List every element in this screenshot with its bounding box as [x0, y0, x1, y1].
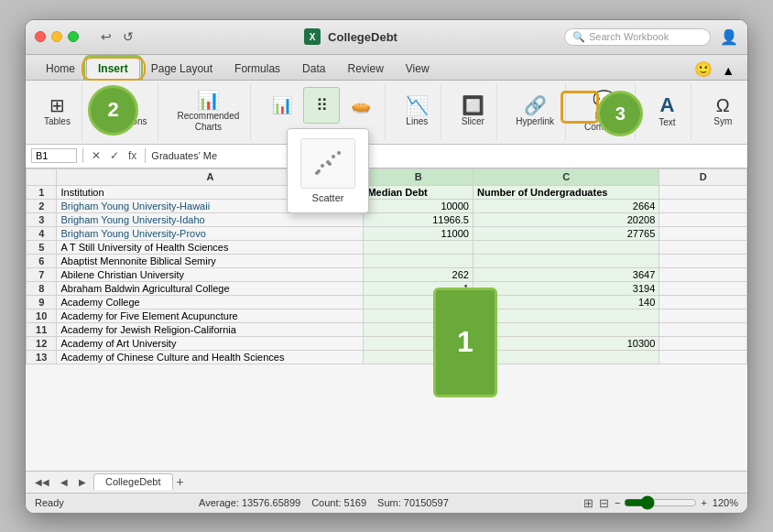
row-number[interactable]: 12: [27, 336, 57, 350]
recommended-charts-button[interactable]: 📊 RecommendedCharts: [171, 87, 245, 137]
cell-institution[interactable]: Brigham Young University-Idaho: [57, 212, 364, 226]
scatter-chart-button[interactable]: ⠿: [303, 87, 340, 124]
minimize-button[interactable]: [51, 31, 62, 42]
cell-institution[interactable]: Academy of Chinese Culture and Health Sc…: [57, 350, 364, 364]
cell-institution[interactable]: Academy for Five Element Acupuncture: [57, 309, 364, 322]
cell-median-debt[interactable]: [364, 350, 474, 364]
cell-num-undergrads[interactable]: [473, 240, 659, 254]
tab-view[interactable]: View: [395, 58, 441, 80]
cell-median-debt[interactable]: [364, 254, 474, 267]
sheet-tab-college-debt[interactable]: CollegeDebt: [93, 473, 173, 490]
row-number[interactable]: 1: [27, 185, 57, 199]
cell-institution[interactable]: Abraham Baldwin Agricultural College: [57, 281, 364, 295]
cell-d[interactable]: [659, 185, 747, 199]
tab-home[interactable]: Home: [35, 58, 86, 80]
sheet-nav-prev[interactable]: ◀: [57, 475, 71, 489]
cell-num-undergrads[interactable]: 20208: [473, 212, 659, 226]
slicer-button[interactable]: 🔲 Slicer: [454, 87, 491, 137]
cell-median-debt[interactable]: Median Debt: [364, 185, 474, 199]
row-number[interactable]: 11: [27, 322, 57, 336]
cell-institution[interactable]: Abilene Christian University: [57, 267, 364, 281]
cell-median-debt[interactable]: 3: [364, 295, 474, 309]
row-number[interactable]: 5: [27, 240, 57, 254]
cancel-formula-icon[interactable]: ✕: [89, 148, 103, 163]
row-number[interactable]: 13: [27, 350, 57, 364]
new-comment-button[interactable]: 💬 NewComment: [579, 87, 629, 137]
cell-institution[interactable]: A T Still University of Health Sciences: [57, 240, 364, 254]
row-number[interactable]: 8: [27, 281, 57, 295]
col-header-b[interactable]: B: [364, 168, 474, 185]
tab-formulas[interactable]: Formulas: [223, 58, 291, 80]
cell-d[interactable]: [659, 199, 747, 212]
cell-median-debt[interactable]: 10000: [364, 199, 474, 212]
tab-review[interactable]: Review: [336, 58, 394, 80]
cell-median-debt[interactable]: 34000: [364, 336, 474, 350]
cell-num-undergrads[interactable]: Number of Undergraduates: [473, 185, 659, 199]
cell-institution[interactable]: Abaptist Mennonite Biblical Semiry: [57, 254, 364, 267]
cell-d[interactable]: [659, 212, 747, 226]
cell-median-debt[interactable]: 1: [364, 281, 474, 295]
zoom-minus-icon[interactable]: −: [615, 497, 620, 508]
scatter-preview-icon[interactable]: [300, 138, 355, 189]
maximize-button[interactable]: [68, 31, 79, 42]
row-number[interactable]: 10: [27, 309, 57, 322]
cell-num-undergrads[interactable]: [473, 254, 659, 267]
insert-function-icon[interactable]: fx: [125, 148, 139, 163]
row-number[interactable]: 9: [27, 295, 57, 309]
cell-median-debt[interactable]: [364, 322, 474, 336]
text-button[interactable]: A Text: [648, 87, 685, 137]
cell-d[interactable]: [659, 295, 747, 309]
smiley-icon[interactable]: 🙂: [689, 59, 718, 80]
cell-median-debt[interactable]: 11966.5: [364, 212, 474, 226]
cell-d[interactable]: [659, 336, 747, 350]
close-button[interactable]: [35, 31, 46, 42]
cell-d[interactable]: [659, 350, 747, 364]
cell-num-undergrads[interactable]: 3194: [473, 281, 659, 295]
tab-data[interactable]: Data: [291, 58, 336, 80]
row-number[interactable]: 2: [27, 199, 57, 212]
cell-num-undergrads[interactable]: 27765: [473, 226, 659, 240]
cell-num-undergrads[interactable]: 10300: [473, 336, 659, 350]
cell-num-undergrads[interactable]: [473, 309, 659, 322]
cell-num-undergrads[interactable]: 140: [473, 295, 659, 309]
tables-button[interactable]: ⊞ Tables: [38, 87, 76, 137]
cell-reference-input[interactable]: [31, 148, 77, 163]
cell-num-undergrads[interactable]: 2664: [473, 199, 659, 212]
row-number[interactable]: 6: [27, 254, 57, 267]
cell-d[interactable]: [659, 322, 747, 336]
pie-chart-button[interactable]: 🥧: [343, 87, 379, 124]
row-number[interactable]: 3: [27, 212, 57, 226]
undo-button[interactable]: ↩: [97, 27, 115, 46]
tab-page-layout[interactable]: Page Layout: [140, 58, 223, 80]
sheet-nav-next[interactable]: ▶: [75, 475, 90, 489]
col-header-c[interactable]: C: [473, 168, 659, 185]
cell-institution[interactable]: Brigham Young University-Provo: [57, 226, 364, 240]
cell-median-debt[interactable]: [364, 309, 474, 322]
cell-d[interactable]: [659, 240, 747, 254]
cell-num-undergrads[interactable]: [473, 322, 659, 336]
user-icon-button[interactable]: 👤: [720, 28, 738, 46]
zoom-plus-icon[interactable]: +: [701, 497, 706, 508]
bar-chart-button[interactable]: 📊: [264, 87, 300, 124]
cell-num-undergrads[interactable]: [473, 350, 659, 364]
row-number[interactable]: 7: [27, 267, 57, 281]
col-header-d[interactable]: D: [659, 168, 747, 185]
cell-d[interactable]: [659, 267, 747, 281]
sparklines-button[interactable]: 📉 Lines: [398, 87, 435, 137]
cell-institution[interactable]: Academy College: [57, 295, 364, 309]
sheet-content[interactable]: 1 A B C D 1InstitutionMedian DebtNumber …: [26, 168, 747, 471]
add-sheet-button[interactable]: +: [177, 474, 184, 489]
collapse-ribbon-icon[interactable]: ▲: [718, 61, 738, 80]
cell-d[interactable]: [659, 226, 747, 240]
search-workbook-box[interactable]: 🔍 Search Workbook: [564, 28, 711, 46]
sheet-nav-first[interactable]: ◀◀: [31, 475, 53, 489]
redo-button[interactable]: ↺: [119, 27, 137, 46]
cell-median-debt[interactable]: 262: [364, 267, 474, 281]
cell-d[interactable]: [659, 281, 747, 295]
tab-insert[interactable]: Insert: [86, 58, 140, 80]
cell-median-debt[interactable]: 11000: [364, 226, 474, 240]
zoom-slider[interactable]: [624, 495, 697, 510]
cell-d[interactable]: [659, 309, 747, 322]
cell-num-undergrads[interactable]: 3647: [473, 267, 659, 281]
illustrations-button[interactable]: 🖼 Illustrations: [95, 87, 153, 137]
